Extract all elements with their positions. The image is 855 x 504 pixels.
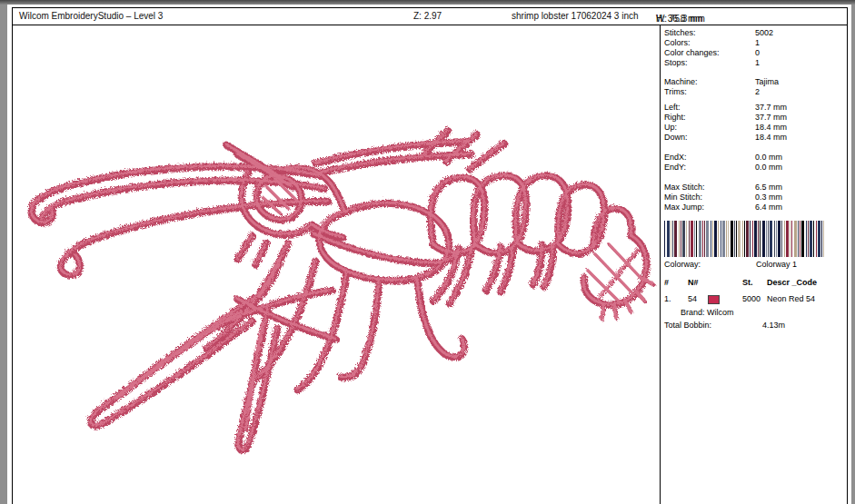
panel-divider	[660, 25, 661, 504]
total-bobbin-row: Total Bobbin: 4.13m	[664, 321, 846, 331]
stat-color-changes: Color changes:0	[664, 48, 846, 58]
thread-brand: Brand: Wilcom	[681, 308, 846, 318]
colorway-value: Colorway 1	[756, 260, 797, 270]
stat-stitches: Stitches:5002	[664, 28, 846, 38]
stat-machine: Machine:Tajima	[664, 77, 846, 87]
stat-endx: EndX:0.0 mm	[664, 153, 846, 163]
stat-colors: Colors:1	[664, 38, 846, 48]
design-canvas	[13, 26, 660, 504]
thread-swatch	[708, 295, 720, 304]
stat-max-stitch: Max Stitch:6.5 mm	[664, 183, 846, 193]
header-bar: Wilcom EmbroideryStudio – Level 3 Z: 2.9…	[13, 8, 848, 25]
zoom-level: Z: 2.97	[413, 11, 442, 21]
col-n-num: N#	[688, 278, 708, 288]
col-descr: Descr _Code	[767, 278, 817, 288]
stat-stops: Stops:1	[664, 58, 846, 68]
colorway-label: Colorway:	[664, 260, 756, 270]
col-num: #	[664, 278, 688, 288]
colorway-row: Colorway: Colorway 1	[664, 260, 846, 270]
shrimp-embroidery-art	[13, 26, 660, 504]
stat-min-stitch: Min Stitch:0.3 mm	[664, 193, 846, 203]
stat-left: Left:37.7 mm	[664, 103, 846, 113]
stat-max-jump: Max Jump:6.4 mm	[664, 203, 846, 212]
stat-down: Down:18.4 mm	[664, 133, 846, 143]
design-filename: shrimp lobster 17062024 3 inch	[512, 11, 639, 21]
stat-trims: Trims:2	[664, 87, 846, 97]
thread-descr: Neon Red 54	[767, 294, 815, 307]
stitch-stats: Stitches:5002 Colors:1 Color changes:0 S…	[664, 28, 846, 212]
thread-row: 1. 54 5000 Neon Red 54	[664, 294, 846, 307]
design-info-panel: Stitches:5002 Colors:1 Color changes:0 S…	[661, 26, 848, 504]
app-title: Wilcom EmbroideryStudio – Level 3	[19, 11, 163, 21]
barcode	[664, 221, 826, 257]
col-st: St.	[742, 278, 767, 288]
stat-endy: EndY:0.0 mm	[664, 163, 846, 173]
thread-table-header: # N# St. Descr _Code	[664, 278, 846, 288]
design-width: W: 75.3 mm	[656, 14, 705, 24]
colorway-section: Colorway: Colorway 1 # N# St. Descr _Cod…	[664, 260, 846, 331]
stat-right: Right:37.7 mm	[664, 113, 846, 123]
stat-up: Up:18.4 mm	[664, 123, 846, 133]
